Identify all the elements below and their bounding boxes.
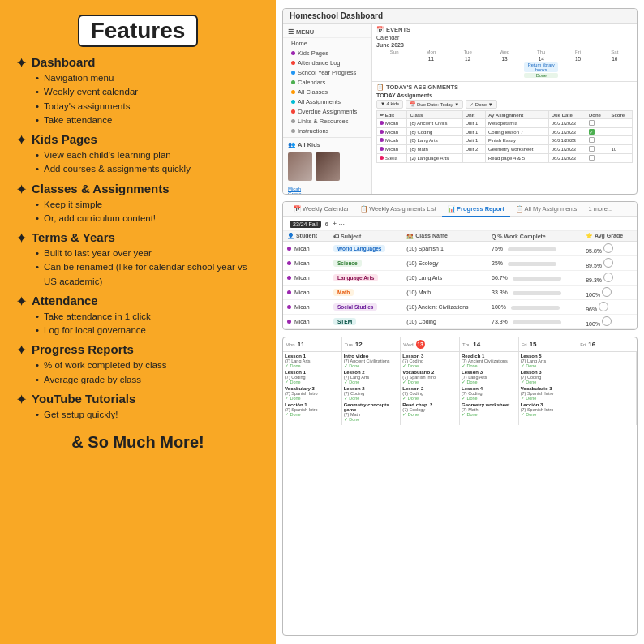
done-checkbox[interactable] — [589, 137, 595, 143]
feature-item: Take attendance — [36, 114, 260, 127]
done-checkbox[interactable] — [589, 120, 595, 126]
table-row: Micah (8) Coding Unit 1 Coding lesson 7 … — [377, 128, 633, 136]
features-title: Features — [78, 15, 199, 47]
feature-section-kids-pages: ✦Kids PagesView each child's learning pl… — [16, 132, 260, 177]
sidebar-item[interactable]: Kids Pages — [283, 48, 371, 58]
cal-event: Read ch 1(7) Ancient Civilizations✓ Done — [462, 354, 517, 368]
sidebar-item[interactable]: All Assignments — [283, 97, 371, 106]
kid-dot — [380, 147, 384, 151]
progress-bar — [513, 291, 561, 295]
done-checkbox[interactable]: ✓ — [589, 129, 595, 135]
star-icon: ✦ — [16, 133, 27, 148]
feature-item: Can be renamed (like for calendar school… — [36, 260, 260, 289]
day-header-wed: Wed 13 — [401, 337, 460, 351]
sidebar-dot — [291, 71, 295, 75]
feature-section-terms---years: ✦Terms & YearsBuilt to last year over ye… — [16, 230, 260, 289]
sidebar-item[interactable]: All Classes — [283, 87, 371, 97]
star-icon: ✦ — [16, 343, 27, 358]
cal-day-col: Read ch 1(7) Ancient Civilizations✓ Done… — [460, 352, 519, 425]
menu-icon: ☰ — [288, 28, 294, 36]
kid-dot — [380, 130, 384, 134]
feature-item: Weekly event calendar — [36, 85, 260, 99]
kid-dot — [380, 121, 384, 125]
cal-day-col: Lesson 1(7) Lang Arts✓ DoneLesson 1(7) C… — [283, 352, 342, 425]
section-heading: Classes & Assignments — [32, 182, 170, 195]
done-checkbox[interactable] — [589, 155, 595, 161]
col-class: Class — [407, 111, 462, 119]
feature-item: Log for local governance — [36, 324, 260, 337]
ph-pct: Q % Work Complete — [487, 231, 582, 242]
assignments-header: 📋 TODAY'S ASSIGNMENTS — [376, 84, 633, 91]
cal-day-col — [577, 352, 637, 425]
cal-event: Lesson 2(7) Coding✓ Done — [402, 386, 457, 401]
feature-item: Built to last year over year — [36, 247, 260, 260]
feature-item: Take attendance in 1 click — [36, 310, 260, 324]
table-row: Micah (8) Math Unit 2 Geometry worksheet… — [377, 145, 633, 154]
progress-table: 👤 Student 🏷 Subject 🏫 Class Name Q % Wor… — [283, 231, 637, 329]
dashboard-sidebar: ☰ MENU Home Kids PagesAttendance LogScho… — [283, 24, 372, 194]
section-heading: Attendance — [32, 294, 98, 307]
grade-circle — [602, 287, 612, 297]
progress-bar — [513, 320, 561, 324]
assignments-section: 📋 TODAY'S ASSIGNMENTS TODAY Assignments … — [372, 82, 637, 165]
assignment-controls[interactable]: ▼ 4 kids 📅 Due Date: Today ▼ ✓ Done ▼ — [376, 100, 633, 109]
subject-badge: World Languages — [333, 245, 385, 252]
cal-event: Lesson 3(7) Lang Arts✓ Done — [462, 370, 517, 384]
cal-event: Geometry worksheet(7) Math✓ Done — [462, 402, 517, 417]
student-dot — [287, 290, 291, 294]
menu-section: ☰ MENU — [283, 27, 371, 38]
cal-event: Lesson 1(7) Lang Arts✓ Done — [285, 354, 340, 368]
student-dot — [287, 261, 291, 265]
subject-badge: Math — [333, 289, 354, 296]
cal-event: Lesson 4(7) Coding✓ Done — [462, 386, 517, 401]
home-link[interactable]: Home — [283, 38, 371, 48]
cal-day-col: Intro video(7) Ancient Civilizations✓ Do… — [342, 352, 401, 425]
done-filter[interactable]: ✓ Done ▼ — [466, 100, 497, 109]
today-label: TODAY Assignments — [376, 92, 633, 98]
table-row: Micah STEM (10) Coding 73.3% 100% — [283, 315, 637, 329]
day-header-fri-15: Fri 15 — [519, 337, 578, 351]
sidebar-item[interactable]: Calendars — [283, 77, 371, 87]
table-row: Micah (8) Ancient Civilis Unit 1 Mesopot… — [377, 119, 633, 128]
tab-more[interactable]: 1 more... — [583, 202, 619, 217]
kids-filter[interactable]: ▼ 4 kids — [376, 100, 403, 109]
progress-bar — [508, 262, 556, 266]
sidebar-item[interactable]: Links & Resources — [283, 116, 371, 126]
progress-bar — [508, 247, 556, 251]
cal-event: Lesson 1(7) Coding✓ Done — [285, 370, 340, 384]
tab-progress-report[interactable]: 📊 Progress Report — [442, 202, 510, 217]
sidebar-item[interactable]: Overdue Assignments — [283, 106, 371, 116]
section-heading: Progress Reports — [32, 342, 134, 356]
dashboard-title: Homeschool Dashboard — [283, 9, 637, 24]
due-filter[interactable]: 📅 Due Date: Today ▼ — [406, 100, 463, 109]
tab-weekly-calendar[interactable]: 📅 Weekly Calendar — [288, 202, 354, 217]
cal-event: Vocabulary 3(7) Spanish Intro✓ Done — [285, 386, 340, 401]
col-edit: ✏ Edit — [377, 111, 407, 119]
events-header: 📅 EVENTS — [376, 26, 633, 33]
assignments-table: ✏ Edit Class Unit Ay Assignment Due Date… — [376, 110, 633, 163]
plus-icon: + ··· — [333, 220, 345, 228]
progress-bar — [511, 306, 560, 310]
cal-event: Intro video(7) Ancient Civilizations✓ Do… — [344, 354, 399, 368]
col-score: Score — [608, 111, 633, 119]
cal-event: Vocabulario 2(7) Spanish Intro✓ Done — [402, 370, 457, 384]
col-unit: Unit — [462, 111, 485, 119]
student-dot — [287, 276, 291, 280]
grade-circle — [599, 302, 608, 311]
cal-event: Lesson 2(7) Lang Arts✓ Done — [344, 370, 399, 384]
sidebar-item[interactable]: Instructions — [283, 126, 371, 135]
sidebar-item[interactable]: Attendance Log — [283, 58, 371, 67]
section-heading: YouTube Tutorials — [32, 392, 135, 406]
done-checkbox[interactable] — [589, 146, 595, 152]
feature-section-dashboard: ✦DashboardNavigation menuWeekly event ca… — [16, 55, 260, 127]
tab-weekly-assignments[interactable]: 📋 Weekly Assignments List — [354, 202, 442, 217]
table-row: Micah Science (10) Ecology 25% 89.5% — [283, 256, 637, 271]
all-kids-label: 👥 All Kids — [283, 140, 371, 150]
cal-event: Lección 3(7) Spanish Intro✓ Done — [521, 402, 576, 417]
sidebar-item[interactable]: School Year Progress — [283, 67, 371, 77]
star-icon: ✦ — [16, 393, 27, 407]
subject-badge: Language Arts — [333, 274, 378, 281]
cal-event: Lesson 3(7) Coding✓ Done — [521, 370, 576, 384]
tab-all-assignments[interactable]: 📋 All My Assignments — [510, 202, 583, 217]
day-header-thu: Thu 14 — [460, 337, 519, 351]
